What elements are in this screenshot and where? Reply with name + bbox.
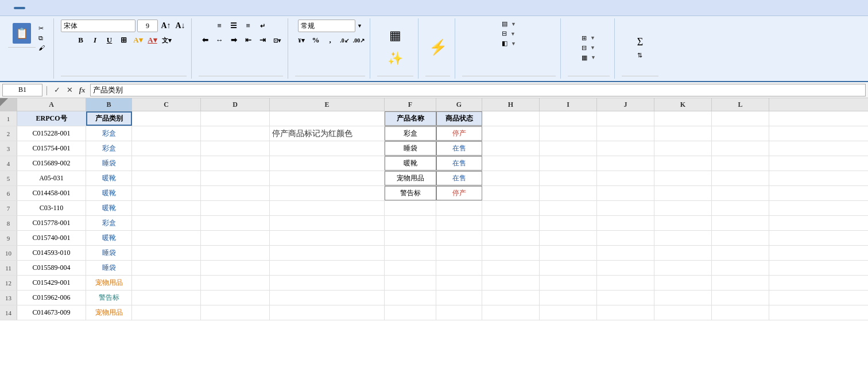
cell-6-D[interactable]: [201, 186, 270, 200]
indent-more-btn[interactable]: ⇥: [256, 34, 269, 47]
align-center-btn[interactable]: ↔: [213, 34, 226, 47]
cell-8-B[interactable]: 彩盒: [86, 216, 132, 230]
col-header-f[interactable]: F: [385, 98, 436, 111]
cell-6-G[interactable]: 停产: [436, 186, 482, 200]
cell-13-D[interactable]: [201, 291, 270, 305]
cell-3-C[interactable]: [132, 141, 201, 156]
cell-7-H[interactable]: [482, 201, 540, 215]
align-top-left-btn[interactable]: ≡: [213, 20, 226, 32]
row-number[interactable]: 14: [0, 305, 17, 320]
formula-fx-icon[interactable]: fx: [76, 84, 88, 96]
cell-12-C[interactable]: [132, 276, 201, 290]
cell-6-B[interactable]: 暖靴: [86, 186, 132, 200]
number-format-input[interactable]: [298, 20, 355, 32]
row-number[interactable]: 13: [0, 291, 17, 305]
cell-11-D[interactable]: [201, 261, 270, 275]
cell-4-C[interactable]: [132, 156, 201, 171]
cell-14-A[interactable]: C014673-009: [17, 305, 86, 320]
cell-11-L[interactable]: [712, 261, 769, 275]
align-top-center-btn[interactable]: ☰: [227, 20, 240, 32]
wen-btn[interactable]: 文▾: [161, 34, 173, 47]
row-number[interactable]: 7: [0, 201, 17, 215]
cell-9-A[interactable]: C015740-001: [17, 231, 86, 245]
table-template-button[interactable]: ▦: [386, 26, 405, 47]
col-header-k[interactable]: K: [654, 98, 712, 111]
cell-13-B[interactable]: 警告标: [86, 291, 132, 305]
col-header-e[interactable]: E: [270, 98, 385, 111]
cell-1-I[interactable]: [540, 111, 597, 126]
cell-9-E[interactable]: [270, 231, 385, 245]
cell-8-J[interactable]: [597, 216, 654, 230]
col-header-j[interactable]: J: [597, 98, 654, 111]
cell-3-J[interactable]: [597, 141, 654, 156]
decimal-less-btn[interactable]: .0↙: [338, 34, 351, 47]
cell-10-F[interactable]: [385, 246, 436, 260]
table-style-button[interactable]: ⊟ ▼: [499, 29, 518, 38]
align-left-btn[interactable]: ⬅: [199, 34, 211, 47]
cell-2-C[interactable]: [132, 126, 201, 141]
cell-13-E[interactable]: [270, 291, 385, 305]
cell-1-J[interactable]: [597, 111, 654, 126]
cell-12-J[interactable]: [597, 276, 654, 290]
bold-button[interactable]: B: [75, 34, 87, 47]
cell-13-L[interactable]: [712, 291, 769, 305]
cell-6-L[interactable]: [712, 186, 769, 200]
cell-11-F[interactable]: [385, 261, 436, 275]
row-number[interactable]: 2: [0, 126, 17, 141]
cell-2-G[interactable]: 停产: [436, 126, 482, 141]
wrap-text-btn[interactable]: ↵: [256, 20, 269, 32]
cell-6-F[interactable]: 警告标: [385, 186, 436, 200]
cell-11-I[interactable]: [540, 261, 597, 275]
cell-5-J[interactable]: [597, 171, 654, 185]
font-grow-btn[interactable]: A↑: [160, 20, 172, 32]
accounting-btn[interactable]: ¥▾: [295, 34, 308, 47]
cell-8-G[interactable]: [436, 216, 482, 230]
font-color-button[interactable]: A▾: [146, 34, 159, 47]
cut-button[interactable]: ✂: [36, 24, 49, 33]
cell-11-E[interactable]: [270, 261, 385, 275]
row-number[interactable]: 8: [0, 216, 17, 230]
cell-8-F[interactable]: [385, 216, 436, 230]
format-painter-button[interactable]: 🖌: [36, 44, 49, 52]
cell-7-J[interactable]: [597, 201, 654, 215]
cell-1-G[interactable]: 商品状态: [436, 111, 482, 126]
cell-13-J[interactable]: [597, 291, 654, 305]
cell-11-G[interactable]: [436, 261, 482, 275]
cell-13-A[interactable]: C015962-006: [17, 291, 86, 305]
cell-3-I[interactable]: [540, 141, 597, 156]
cell-6-C[interactable]: [132, 186, 201, 200]
formula-check-icon[interactable]: ✓: [51, 84, 63, 96]
cell-14-H[interactable]: [482, 305, 540, 320]
menu-review[interactable]: [94, 7, 106, 9]
indent-less-btn[interactable]: ⇤: [242, 34, 254, 47]
cell-7-I[interactable]: [540, 201, 597, 215]
cell-10-H[interactable]: [482, 246, 540, 260]
cell-5-F[interactable]: 宠物用品: [385, 171, 436, 185]
cell-10-K[interactable]: [654, 246, 712, 260]
cell-3-D[interactable]: [201, 141, 270, 156]
conditional-format-button[interactable]: ▤ ▼: [499, 20, 519, 28]
cell-11-B[interactable]: 睡袋: [86, 261, 132, 275]
cell-5-G[interactable]: 在售: [436, 171, 482, 185]
cell-1-K[interactable]: [654, 111, 712, 126]
cell-13-I[interactable]: [540, 291, 597, 305]
col-header-i[interactable]: I: [540, 98, 597, 111]
cell-10-E[interactable]: [270, 246, 385, 260]
cell-8-E[interactable]: [270, 216, 385, 230]
cell-9-C[interactable]: [132, 231, 201, 245]
col-header-g[interactable]: G: [436, 98, 482, 111]
formula-cancel-icon[interactable]: ✕: [64, 84, 75, 96]
cell-11-A[interactable]: C015589-004: [17, 261, 86, 275]
cell-5-A[interactable]: A05-031: [17, 171, 86, 185]
row-number[interactable]: 9: [0, 231, 17, 245]
row-number[interactable]: 11: [0, 261, 17, 275]
cell-7-D[interactable]: [201, 201, 270, 215]
menu-help[interactable]: [129, 7, 140, 9]
cell-6-J[interactable]: [597, 186, 654, 200]
cell-6-I[interactable]: [540, 186, 597, 200]
row-number[interactable]: 1: [0, 111, 17, 126]
col-header-h[interactable]: H: [482, 98, 540, 111]
cell-12-G[interactable]: [436, 276, 482, 290]
cell-11-H[interactable]: [482, 261, 540, 275]
cell-13-F[interactable]: [385, 291, 436, 305]
